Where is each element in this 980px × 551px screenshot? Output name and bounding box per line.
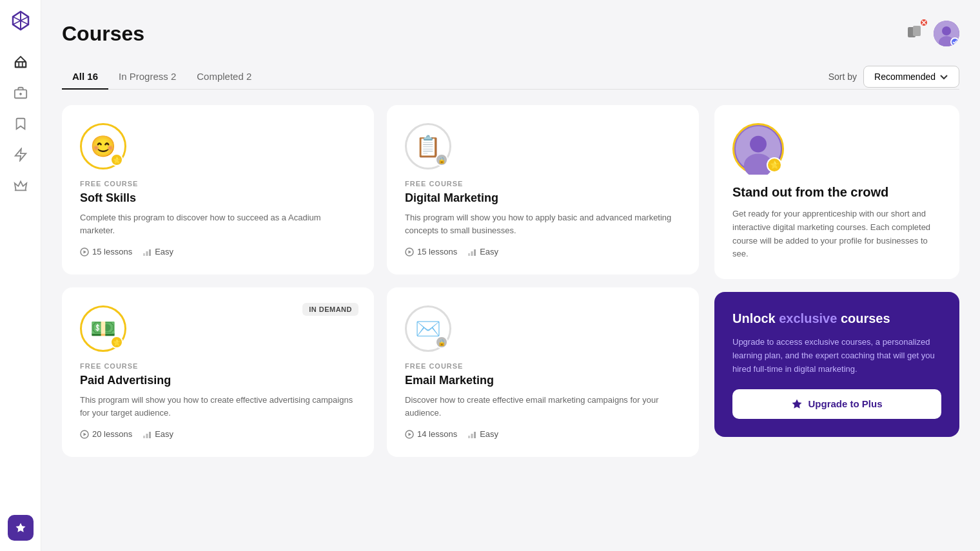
tab-in-progress[interactable]: In Progress 2 — [108, 64, 186, 90]
lessons-count-4: 14 lessons — [417, 429, 457, 439]
course-title-paid-advertising: Paid Advertising — [80, 374, 356, 387]
sort-value: Recommended — [874, 72, 936, 82]
course-card-email-marketing[interactable]: ✉️ 🔒 FREE COURSE Email Marketing Discove… — [387, 287, 699, 457]
sidebar-item-lightning[interactable] — [8, 142, 34, 168]
unlock-title: Unlock exclusive courses — [732, 310, 941, 327]
svg-rect-24 — [471, 251, 473, 256]
sidebar-item-bookmark[interactable] — [8, 111, 34, 137]
play-icon-2 — [405, 247, 414, 256]
unlock-desc: Upgrade to access exclusive courses, a p… — [732, 336, 941, 376]
star-badge-soft-skills: ⭐ — [110, 153, 123, 166]
right-sidebar: ⭐ Stand out from the crowd Get ready for… — [714, 105, 959, 530]
difficulty-meta-1: Easy — [142, 247, 173, 256]
lessons-count-1: 15 lessons — [92, 247, 132, 256]
diamond-icon — [791, 398, 803, 410]
svg-rect-19 — [146, 251, 148, 256]
page-title: Courses — [62, 22, 144, 46]
difficulty-meta-4: Easy — [467, 429, 498, 439]
main-content: Courses — [41, 0, 980, 551]
sidebar-item-home[interactable] — [8, 49, 34, 75]
bar-icon-4 — [467, 430, 476, 439]
course-card-paid-advertising[interactable]: IN DEMAND 💵 ⭐ FREE COURSE Paid Advertisi… — [62, 287, 374, 457]
sort-container: Sort by Recommended — [828, 66, 959, 88]
course-icon-digital-marketing: 📋 🔒 — [405, 123, 451, 169]
sidebar-bottom — [8, 515, 34, 541]
sidebar-item-crown[interactable] — [8, 173, 34, 198]
promo-title: Stand out from the crowd — [732, 185, 888, 200]
lessons-meta-1: 15 lessons — [80, 247, 132, 256]
tab-all[interactable]: All 16 — [62, 64, 108, 90]
lessons-count-2: 15 lessons — [417, 247, 457, 256]
promo-star-badge: ⭐ — [767, 157, 782, 173]
in-demand-badge: IN DEMAND — [302, 303, 358, 316]
svg-rect-33 — [468, 436, 470, 438]
course-icon-soft-skills: 😊 ⭐ — [80, 123, 126, 169]
svg-rect-35 — [474, 432, 476, 438]
play-icon-4 — [405, 430, 414, 439]
unlock-title-prefix: Unlock — [732, 311, 779, 325]
lessons-meta-2: 15 lessons — [405, 247, 457, 256]
promo-avatar: ⭐ — [732, 123, 784, 175]
free-course-label-3: FREE COURSE — [80, 362, 356, 370]
courses-grid: 😊 ⭐ FREE COURSE Soft Skills Complete thi… — [62, 105, 699, 530]
course-icon-paid-advertising: 💵 ⭐ — [80, 305, 126, 352]
sort-label: Sort by — [828, 72, 857, 82]
logo[interactable] — [10, 10, 31, 34]
svg-marker-27 — [84, 432, 87, 436]
course-card-soft-skills[interactable]: 😊 ⭐ FREE COURSE Soft Skills Complete thi… — [62, 105, 374, 275]
svg-rect-10 — [913, 26, 921, 36]
course-meta-paid-advertising: 20 lessons Easy — [80, 429, 356, 439]
svg-rect-4 — [15, 62, 26, 67]
svg-point-37 — [750, 136, 767, 153]
play-icon-1 — [80, 247, 89, 256]
svg-rect-20 — [149, 249, 151, 256]
sidebar-upgrade-button[interactable] — [8, 515, 34, 541]
course-title-digital-marketing: Digital Marketing — [405, 191, 681, 205]
header: Courses — [62, 21, 959, 46]
free-course-label-1: FREE COURSE — [80, 180, 356, 188]
chevron-down-icon — [939, 72, 948, 81]
tab-completed[interactable]: Completed 2 — [186, 64, 262, 90]
sidebar — [0, 0, 41, 551]
free-course-label-2: FREE COURSE — [405, 180, 681, 188]
bar-icon-3 — [142, 430, 152, 439]
star-badge-paid-advertising: ⭐ — [110, 336, 123, 349]
svg-marker-17 — [84, 250, 87, 253]
tools-badge — [919, 18, 928, 27]
course-card-digital-marketing[interactable]: 📋 🔒 FREE COURSE Digital Marketing This p… — [387, 105, 699, 275]
difficulty-meta-3: Easy — [142, 429, 173, 439]
course-desc-paid-advertising: This program will show you how to create… — [80, 394, 356, 419]
lock-badge-digital-marketing: 🔒 — [435, 153, 448, 166]
svg-rect-23 — [468, 253, 470, 256]
content-area: 😊 ⭐ FREE COURSE Soft Skills Complete thi… — [62, 105, 959, 530]
unlock-title-highlight: exclusive — [779, 311, 837, 325]
course-title-soft-skills: Soft Skills — [80, 191, 356, 205]
lessons-count-3: 20 lessons — [92, 429, 132, 439]
user-avatar[interactable] — [934, 21, 959, 46]
course-meta-email-marketing: 14 lessons Easy — [405, 429, 681, 439]
svg-rect-18 — [143, 253, 145, 256]
upgrade-button-label: Upgrade to Plus — [808, 398, 882, 409]
bar-icon-1 — [142, 247, 152, 256]
course-title-email-marketing: Email Marketing — [405, 374, 681, 387]
header-actions — [903, 21, 959, 46]
bar-icon-2 — [467, 247, 476, 256]
svg-rect-34 — [471, 434, 473, 438]
course-meta-digital-marketing: 15 lessons Easy — [405, 247, 681, 256]
course-icon-email-marketing: ✉️ 🔒 — [405, 305, 451, 352]
course-meta-soft-skills: 15 lessons Easy — [80, 247, 356, 256]
svg-marker-22 — [409, 250, 412, 253]
sort-select[interactable]: Recommended — [863, 66, 959, 88]
sidebar-item-courses[interactable] — [8, 80, 34, 106]
difficulty-label-3: Easy — [155, 429, 173, 439]
unlock-card: Unlock exclusive courses Upgrade to acce… — [714, 292, 959, 436]
svg-marker-8 — [15, 149, 26, 160]
svg-marker-32 — [409, 432, 412, 436]
verified-badge — [950, 37, 959, 46]
difficulty-label-2: Easy — [480, 247, 498, 256]
tools-icon[interactable] — [903, 21, 926, 46]
free-course-label-4: FREE COURSE — [405, 362, 681, 370]
unlock-title-suffix: courses — [837, 311, 890, 325]
svg-rect-25 — [474, 249, 476, 256]
upgrade-button[interactable]: Upgrade to Plus — [732, 389, 941, 419]
